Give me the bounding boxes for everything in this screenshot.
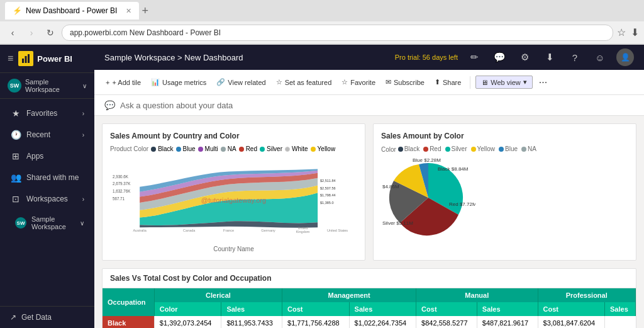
svg-text:$4.86M: $4.86M xyxy=(382,184,399,189)
black-label: Black xyxy=(158,145,173,152)
share-icon: ⬆ xyxy=(435,78,440,86)
back-button[interactable]: ‹ xyxy=(5,25,20,40)
sidebar-item-favorites[interactable]: ★ Favorites › xyxy=(0,103,94,124)
pie-legend-header: Color Black Red Silver Yellow Blue NA xyxy=(381,145,628,153)
shared-label: Shared with me xyxy=(26,173,79,182)
na-dot xyxy=(221,147,226,152)
close-icon[interactable]: ✕ xyxy=(126,7,131,15)
table-tile: Sales Vs Total Cost by Color and Occupat… xyxy=(102,268,636,328)
yellow-label: Yellow xyxy=(318,145,336,152)
silver-dot xyxy=(260,147,265,152)
workspace-name-label: Sample Workspace xyxy=(25,78,79,93)
refresh-button[interactable]: ↻ xyxy=(43,25,58,40)
download-icon-button[interactable]: ⬇ xyxy=(541,48,558,66)
favorites-chevron-icon: › xyxy=(82,110,84,117)
occupation-header: Occupation xyxy=(103,288,154,316)
manual-sales-header: Sales xyxy=(477,302,538,316)
pro-trial-badge: Pro trial: 56 days left xyxy=(395,54,458,61)
blue-dot xyxy=(176,147,181,152)
color-cell: Black xyxy=(103,316,154,328)
legend-product-color-label: Product Color xyxy=(110,145,148,152)
pb-label: Power BI xyxy=(37,54,72,64)
sidebar-item-workspaces[interactable]: ⊡ Workspaces › xyxy=(0,188,94,210)
table-scroll[interactable]: Occupation Clerical Management Manual Pr… xyxy=(103,288,636,328)
shared-icon: 👥 xyxy=(10,172,21,183)
settings-icon-button[interactable]: ⚙ xyxy=(516,48,533,66)
workspace-chevron-icon: ∨ xyxy=(82,82,87,89)
svg-text:Silver $5.11M: Silver $5.11M xyxy=(382,220,413,226)
legend-white: White xyxy=(285,145,308,152)
svg-text:Black $8.84M: Black $8.84M xyxy=(438,166,469,172)
svg-text:$2,507.56: $2,507.56 xyxy=(320,186,335,190)
browser-icons: ☆ ⬇ xyxy=(617,26,639,38)
new-tab-button[interactable]: + xyxy=(142,4,148,18)
add-tile-label: + Add tile xyxy=(112,79,141,86)
table-row: Black $1,392,073.2454 $811,953.7433 $1,7… xyxy=(103,316,636,328)
bookmark-icon[interactable]: ☆ xyxy=(617,26,626,38)
browser-tab[interactable]: ⚡ New Dashboard - Power BI ✕ xyxy=(5,2,139,20)
clerical-sales-header: Sales xyxy=(221,302,282,316)
mgmt-sales-cell: $1,771,756.4288 xyxy=(282,316,350,328)
pb-icon xyxy=(18,51,33,66)
favorites-label: Favorites xyxy=(26,109,57,118)
chart-axis-label: Country Name xyxy=(110,246,357,252)
recent-label: Recent xyxy=(26,130,50,139)
clerical-cost-header: Cost xyxy=(282,302,350,316)
silver-label: Silver xyxy=(267,145,282,152)
manual-sales-cell: $842,558.5277 xyxy=(416,316,477,328)
share-button[interactable]: ⬆ Share xyxy=(431,76,465,89)
svg-text:Blue $2.28M: Blue $2.28M xyxy=(413,157,441,163)
add-tile-icon: + xyxy=(106,79,109,86)
mgmt-sales-header: Sales xyxy=(349,302,416,316)
usage-metrics-button[interactable]: 📊 Usage metrics xyxy=(147,76,210,89)
help-icon-button[interactable]: ? xyxy=(566,48,584,66)
legend-yellow: Yellow xyxy=(311,145,336,152)
qa-placeholder[interactable]: Ask a question about your data xyxy=(120,101,233,110)
pie-chart-container: Black $8.84M Red $7.72M Silver $5.11M $4… xyxy=(381,157,628,239)
edit-icon-button[interactable]: ✏ xyxy=(465,48,483,66)
data-table: Occupation Clerical Management Manual Pr… xyxy=(103,288,636,328)
svg-text:United States: United States xyxy=(327,229,348,232)
header-left: Sample Workspace > New Dashboard xyxy=(104,53,395,62)
apps-label: Apps xyxy=(26,152,43,161)
forward-button[interactable]: › xyxy=(24,25,39,40)
top-toolbar: + + Add tile 📊 Usage metrics 🔗 View rela… xyxy=(94,70,644,95)
clerical-header: Clerical xyxy=(154,288,282,302)
get-data-label: Get Data xyxy=(21,313,52,322)
sidebar-item-sample-workspace[interactable]: SW Sample Workspace ∨ xyxy=(0,210,94,236)
tab-title: New Dashboard - Power BI xyxy=(26,6,117,15)
dashboard-content: Sales Amount by Country and Color Produc… xyxy=(94,116,644,328)
sidebar-item-shared[interactable]: 👥 Shared with me xyxy=(0,167,94,188)
url-bar[interactable]: app.powerbi.com New Dashboard - Power BI xyxy=(62,25,613,41)
multi-dot xyxy=(198,147,203,152)
workspaces-icon: ⊡ xyxy=(10,194,21,204)
subscribe-button[interactable]: ✉ Subscribe xyxy=(382,76,428,89)
hamburger-menu[interactable]: ≡ xyxy=(8,53,13,64)
view-related-label: View related xyxy=(228,79,265,86)
sidebar-header: ≡ Power BI xyxy=(0,45,94,73)
user-avatar[interactable]: 👤 xyxy=(616,48,634,66)
comment-icon-button[interactable]: 💬 xyxy=(491,48,508,66)
sidebar-item-apps[interactable]: ⊞ Apps xyxy=(0,145,94,167)
feedback-icon-button[interactable]: ☺ xyxy=(591,48,609,66)
workspace-header-item[interactable]: SW Sample Workspace ∨ xyxy=(0,73,94,99)
view-related-button[interactable]: 🔗 View related xyxy=(213,76,269,89)
sidebar-item-recent[interactable]: 🕐 Recent › xyxy=(0,124,94,145)
svg-text:2,679.37K: 2,679.37K xyxy=(113,181,131,186)
svg-text:Canada: Canada xyxy=(183,229,196,232)
sidebar-nav: ★ Favorites › 🕐 Recent › ⊞ Apps 👥 Shared… xyxy=(0,99,94,306)
web-view-button[interactable]: 🖥 Web view ▾ xyxy=(475,76,532,89)
sample-ws-label: Sample Workspace xyxy=(31,215,75,230)
add-tile-button[interactable]: + + Add tile xyxy=(102,76,145,89)
set-featured-button[interactable]: ☆ Set as featured xyxy=(272,76,336,89)
favorite-button[interactable]: ☆ Favorite xyxy=(338,76,379,89)
breadcrumb: Sample Workspace > New Dashboard xyxy=(104,53,243,62)
multi-label: Multi xyxy=(205,145,218,152)
red-label: Red xyxy=(246,145,257,152)
download-icon[interactable]: ⬇ xyxy=(631,26,639,38)
more-options-button[interactable]: ··· xyxy=(535,77,551,88)
legend-blue: Blue xyxy=(176,145,196,152)
svg-text:Red $7.72M: Red $7.72M xyxy=(449,201,475,207)
black-dot xyxy=(151,147,156,152)
get-data-button[interactable]: ↗ Get Data xyxy=(10,313,84,322)
